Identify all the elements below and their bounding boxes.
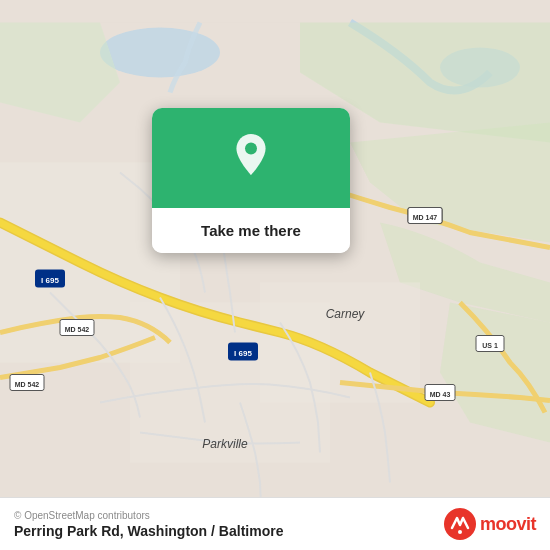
osm-attribution: © OpenStreetMap contributors (14, 510, 283, 521)
svg-text:MD 147: MD 147 (413, 214, 438, 221)
bottom-bar: © OpenStreetMap contributors Perring Par… (0, 497, 550, 550)
moovit-logo: moovit (444, 508, 536, 540)
svg-text:I 695: I 695 (234, 349, 252, 358)
moovit-icon (444, 508, 476, 540)
svg-point-25 (458, 530, 462, 534)
svg-point-1 (100, 28, 220, 78)
popup-card: Take me there (152, 108, 350, 253)
svg-text:I 695: I 695 (41, 276, 59, 285)
map-svg: I 695 I 695 MD 147 MD 542 MD 542 MD 43 U… (0, 0, 550, 550)
svg-text:MD 43: MD 43 (430, 391, 451, 398)
location-pin-icon (227, 134, 275, 182)
svg-text:MD 542: MD 542 (15, 381, 40, 388)
popup-card-header (152, 108, 350, 208)
location-label: Perring Park Rd, Washington / Baltimore (14, 523, 283, 539)
take-me-there-button[interactable]: Take me there (152, 208, 350, 253)
svg-text:MD 542: MD 542 (65, 326, 90, 333)
bottom-bar-left: © OpenStreetMap contributors Perring Par… (14, 510, 283, 539)
svg-text:Parkville: Parkville (202, 437, 248, 451)
svg-text:US 1: US 1 (482, 342, 498, 349)
svg-text:Carney: Carney (326, 307, 366, 321)
map-container: I 695 I 695 MD 147 MD 542 MD 542 MD 43 U… (0, 0, 550, 550)
moovit-text-label: moovit (480, 514, 536, 535)
svg-point-23 (245, 143, 257, 155)
